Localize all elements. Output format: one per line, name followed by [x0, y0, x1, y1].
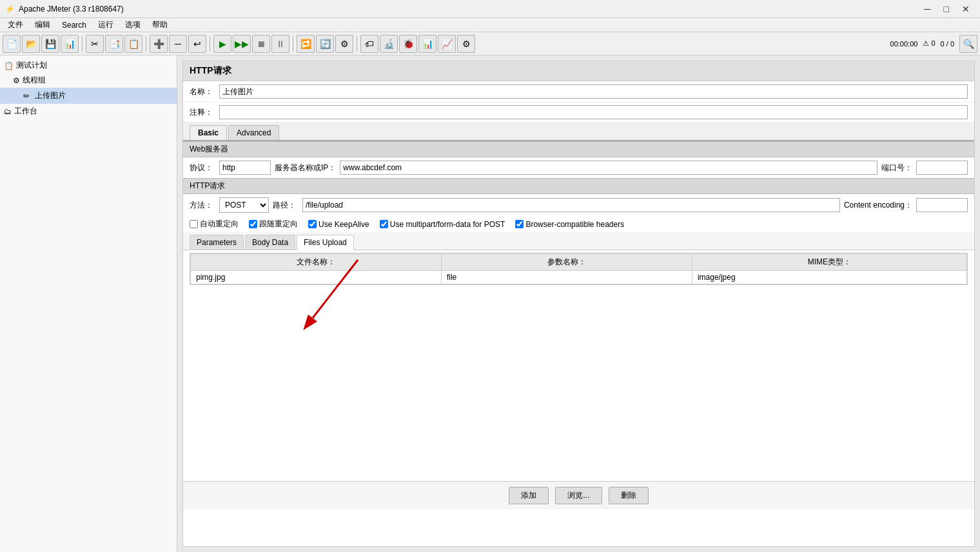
path-input[interactable]	[302, 198, 840, 212]
toolbar-zoom-btn[interactable]: 🔍	[959, 35, 977, 53]
cell-filename: pimg.jpg	[191, 271, 442, 284]
close-button[interactable]: ✕	[957, 3, 975, 15]
menu-运行[interactable]: 运行	[93, 18, 119, 32]
port-label: 端口号：	[881, 163, 912, 173]
cell-mime: image/jpeg	[692, 271, 966, 284]
table-spacer	[183, 288, 974, 481]
top-tabs-bar: Basic Advanced	[183, 123, 974, 141]
titlebar-left: ⚡ Apache JMeter (3.3 r1808647)	[5, 5, 124, 14]
toolbar-saveas-btn[interactable]: 📊	[61, 35, 79, 53]
note-row: 注释：	[183, 103, 974, 123]
toolbar-paste-btn[interactable]: 📋	[124, 35, 142, 53]
toolbar: 📄 📂 💾 📊 ✂ 📑 📋 ➕ ─ ↩ ▶ ▶▶ ⏹ ⏸ 🔁 🔄 ⚙ 🏷 🔬 🐞…	[0, 32, 980, 55]
toolbar-time: 00:00:00	[890, 40, 918, 48]
autodirect-checkbox[interactable]: 自动重定向	[190, 219, 239, 230]
sidebar-item-upload-image[interactable]: ✏ 上传图片	[0, 88, 177, 104]
toolbar-new-btn[interactable]: 📄	[3, 35, 21, 53]
menu-选项[interactable]: 选项	[120, 18, 146, 32]
toolbar-stop-btn[interactable]: ⏹	[252, 35, 270, 53]
multipart-checkbox[interactable]: Use multipart/form-data for POST	[380, 220, 505, 229]
test-plan-icon: 📋	[4, 61, 14, 70]
add-button[interactable]: 添加	[509, 487, 549, 504]
toolbar-stopnow-btn[interactable]: ⏸	[271, 35, 289, 53]
toolbar-runall-btn[interactable]: ▶▶	[233, 35, 251, 53]
note-input[interactable]	[219, 105, 968, 119]
browse-button[interactable]: 浏览...	[555, 487, 602, 504]
toolbar-settings-btn[interactable]: ⚙	[335, 35, 353, 53]
toolbar-remove-btn[interactable]: ─	[169, 35, 187, 53]
encoding-input[interactable]	[916, 198, 968, 212]
maximize-button[interactable]: □	[939, 3, 954, 15]
toolbar-jmeter-btn[interactable]: 🏷	[360, 35, 378, 53]
encoding-label: Content encoding：	[844, 200, 912, 211]
toolbar-remote-btn[interactable]: 🔁	[297, 35, 315, 53]
test-plan-label: 测试计划	[16, 60, 47, 71]
browser-headers-check[interactable]	[515, 220, 524, 228]
follow-redirect-check[interactable]	[249, 220, 257, 228]
toolbar-graph-btn[interactable]: 📈	[438, 35, 456, 53]
main-layout: 📋 测试计划 ⚙ 线程组 ✏ 上传图片 🗂 工作台 HTTP请求 名称：	[0, 55, 980, 552]
toolbar-sep-5	[357, 36, 357, 52]
keepalive-checkbox[interactable]: Use KeepAlive	[308, 220, 369, 229]
workbench-icon: 🗂	[4, 107, 12, 116]
protocol-input[interactable]	[219, 161, 271, 175]
menu-文件[interactable]: 文件	[3, 18, 28, 32]
toolbar-profiler-btn[interactable]: 🔬	[380, 35, 398, 53]
toolbar-copy-btn[interactable]: 📑	[105, 35, 123, 53]
workbench-label: 工作台	[14, 106, 37, 117]
tab-body-data[interactable]: Body Data	[245, 235, 295, 250]
keepalive-check[interactable]	[308, 220, 317, 228]
titlebar: ⚡ Apache JMeter (3.3 r1808647) ─ □ ✕	[0, 0, 980, 18]
tab-advanced[interactable]: Advanced	[228, 125, 279, 140]
app-title: Apache JMeter (3.3 r1808647)	[19, 5, 124, 14]
toolbar-open-btn[interactable]: 📂	[22, 35, 40, 53]
minimize-button[interactable]: ─	[919, 3, 936, 15]
web-server-section-label: Web服务器	[190, 144, 228, 155]
delete-button[interactable]: 删除	[609, 487, 649, 504]
autodirect-check[interactable]	[190, 220, 198, 228]
server-input[interactable]	[340, 161, 877, 175]
cell-param: file	[441, 271, 692, 284]
toolbar-options-btn[interactable]: ⚙	[457, 35, 475, 53]
follow-redirect-label: 跟随重定向	[259, 219, 298, 230]
toolbar-add-btn[interactable]: ➕	[150, 35, 168, 53]
toolbar-refresh-btn[interactable]: 🔄	[316, 35, 334, 53]
toolbar-save-btn[interactable]: 💾	[41, 35, 59, 53]
bottom-buttons: 添加 浏览... 删除	[183, 481, 974, 509]
method-select[interactable]: POST GET PUT DELETE	[219, 197, 269, 213]
col-filename: 文件名称：	[191, 254, 442, 271]
multipart-label: Use multipart/form-data for POST	[390, 220, 505, 229]
toolbar-report-btn[interactable]: 📊	[418, 35, 436, 53]
http-request-section: HTTP请求	[183, 178, 974, 194]
autodirect-label: 自动重定向	[200, 219, 239, 230]
tab-parameters[interactable]: Parameters	[190, 235, 244, 250]
tab-files-upload[interactable]: Files Upload	[297, 235, 354, 250]
browser-headers-checkbox[interactable]: Browser-compatible headers	[515, 220, 624, 229]
menu-编辑[interactable]: 编辑	[30, 18, 55, 32]
toolbar-cut-btn[interactable]: ✂	[86, 35, 104, 53]
follow-redirect-checkbox[interactable]: 跟随重定向	[249, 219, 298, 230]
sidebar-item-thread-group[interactable]: ⚙ 线程组	[0, 73, 177, 88]
menu-Search[interactable]: Search	[57, 19, 92, 31]
name-row: 名称：	[183, 81, 974, 103]
http-request-section-label: HTTP请求	[190, 181, 225, 192]
sidebar-item-test-plan[interactable]: 📋 测试计划	[0, 58, 177, 73]
toolbar-run-btn[interactable]: ▶	[213, 35, 231, 53]
menubar: 文件编辑Search运行选项帮助	[0, 18, 980, 32]
toolbar-undo-btn[interactable]: ↩	[188, 35, 206, 53]
toolbar-debug-btn[interactable]: 🐞	[399, 35, 417, 53]
sidebar-item-workbench[interactable]: 🗂 工作台	[0, 104, 177, 119]
content-area: HTTP请求 名称： 注释： Basic Advanced Web服务器 协议	[177, 55, 980, 552]
table-row[interactable]: pimg.jpg file image/jpeg	[191, 271, 967, 284]
method-label: 方法：	[190, 200, 215, 211]
multipart-check[interactable]	[380, 220, 388, 228]
name-input[interactable]	[219, 84, 968, 99]
menu-帮助[interactable]: 帮助	[147, 18, 173, 32]
upload-image-icon: ✏	[23, 92, 30, 101]
note-label: 注释：	[190, 107, 215, 118]
tab-basic[interactable]: Basic	[190, 125, 227, 140]
toolbar-results: 0 / 0	[941, 40, 954, 48]
http-request-row: 方法： POST GET PUT DELETE 路径： Content enco…	[183, 194, 974, 216]
keepalive-label: Use KeepAlive	[318, 220, 369, 229]
port-input[interactable]	[916, 161, 968, 175]
